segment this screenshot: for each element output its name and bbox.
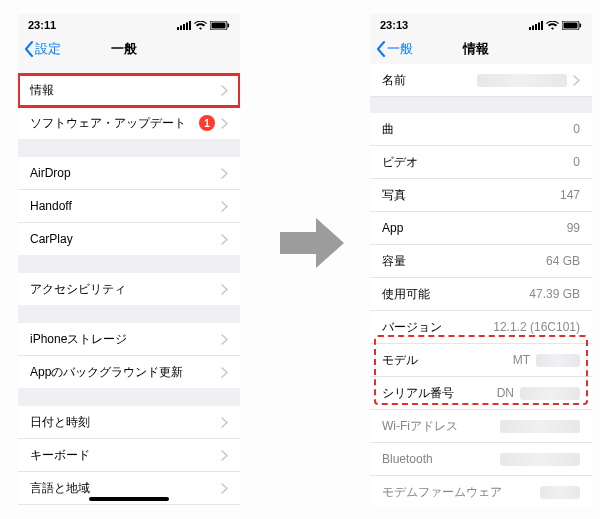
value-text: 47.39 GB bbox=[529, 287, 580, 301]
list-item-value: 47.39 GB bbox=[529, 287, 580, 301]
list-item[interactable]: 日付と時刻 bbox=[18, 406, 240, 439]
list-item-label: iPhoneストレージ bbox=[30, 331, 127, 348]
list-item-value: DN bbox=[497, 386, 580, 400]
list-item-label: アクセシビリティ bbox=[30, 281, 126, 298]
chevron-right-icon bbox=[573, 75, 580, 86]
chevron-right-icon bbox=[221, 483, 228, 494]
chevron-right-icon bbox=[221, 201, 228, 212]
chevron-right-icon bbox=[221, 118, 228, 129]
list-item: 容量64 GB bbox=[370, 245, 592, 278]
list-item-label: Handoff bbox=[30, 199, 72, 213]
list-item[interactable]: キーボード bbox=[18, 439, 240, 472]
list-item: 使用可能47.39 GB bbox=[370, 278, 592, 311]
list-item: 曲0 bbox=[370, 113, 592, 146]
settings-group: アクセシビリティ bbox=[18, 273, 240, 305]
notification-badge: 1 bbox=[199, 115, 215, 131]
chevron-right-icon bbox=[221, 168, 228, 179]
list-item-label: 使用可能 bbox=[382, 286, 430, 303]
list-item-label: キーボード bbox=[30, 447, 90, 464]
status-right-cluster bbox=[529, 21, 582, 30]
value-text: 0 bbox=[573, 122, 580, 136]
page-title: 情報 bbox=[370, 40, 586, 58]
list-item-label: モデル bbox=[382, 352, 418, 369]
settings-group: iPhoneストレージAppのバックグラウンド更新 bbox=[18, 323, 240, 388]
svg-rect-10 bbox=[535, 24, 537, 30]
battery-icon bbox=[562, 21, 582, 30]
svg-rect-8 bbox=[529, 27, 531, 30]
svg-rect-12 bbox=[541, 21, 543, 30]
list-item[interactable]: CarPlay bbox=[18, 223, 240, 255]
list-item-accessory bbox=[221, 367, 228, 378]
signal-icon bbox=[177, 21, 191, 30]
list-item-accessory bbox=[221, 201, 228, 212]
list-item-value: 12.1.2 (16C101) bbox=[493, 320, 580, 334]
value-text: 12.1.2 (16C101) bbox=[493, 320, 580, 334]
redacted-value bbox=[536, 354, 580, 367]
list-item-label: 容量 bbox=[382, 253, 406, 270]
list-item-accessory bbox=[221, 234, 228, 245]
list-item-accessory bbox=[221, 284, 228, 295]
settings-list[interactable]: 情報ソフトウェア・アップデート1AirDropHandoffCarPlayアクセ… bbox=[18, 74, 240, 506]
list-item-label: 情報 bbox=[30, 82, 54, 99]
list-item-label: Bluetooth bbox=[382, 452, 433, 466]
list-item-accessory: 1 bbox=[199, 115, 228, 131]
list-item[interactable]: 名前 bbox=[370, 64, 592, 97]
list-item-accessory bbox=[221, 483, 228, 494]
list-item[interactable]: Handoff bbox=[18, 190, 240, 223]
list-item-label: Appのバックグラウンド更新 bbox=[30, 364, 183, 381]
list-item[interactable]: 辞書 bbox=[18, 505, 240, 506]
settings-group: 日付と時刻キーボード言語と地域辞書 bbox=[18, 406, 240, 506]
value-text: 0 bbox=[573, 155, 580, 169]
group-separator bbox=[370, 97, 592, 113]
home-indicator[interactable] bbox=[89, 497, 169, 501]
list-item-label: ビデオ bbox=[382, 154, 418, 171]
list-item-label: ソフトウェア・アップデート bbox=[30, 115, 186, 132]
list-item-accessory bbox=[221, 85, 228, 96]
svg-rect-6 bbox=[212, 22, 226, 28]
list-item-value: 0 bbox=[573, 122, 580, 136]
nav-bar: 設定 一般 bbox=[18, 34, 240, 64]
comparison-stage: 23:11 設定 一般 情報ソフトウェア・アップデート1AirDropHando… bbox=[0, 0, 600, 519]
list-item: モデムファームウェア bbox=[370, 476, 592, 506]
list-item-value bbox=[500, 453, 580, 466]
about-list[interactable]: 名前曲0ビデオ0写真147App99容量64 GB使用可能47.39 GBバージ… bbox=[370, 64, 592, 506]
battery-icon bbox=[210, 21, 230, 30]
svg-rect-1 bbox=[180, 25, 182, 30]
list-item-accessory bbox=[221, 168, 228, 179]
phone-general-settings: 23:11 設定 一般 情報ソフトウェア・アップデート1AirDropHando… bbox=[18, 14, 240, 506]
settings-group: AirDropHandoffCarPlay bbox=[18, 157, 240, 255]
chevron-right-icon bbox=[221, 234, 228, 245]
list-item[interactable]: ソフトウェア・アップデート1 bbox=[18, 107, 240, 139]
flow-arrow-icon bbox=[280, 218, 344, 268]
svg-rect-4 bbox=[189, 21, 191, 30]
wifi-icon bbox=[546, 21, 559, 30]
list-item-label: シリアル番号 bbox=[382, 385, 454, 402]
list-item-label: 曲 bbox=[382, 121, 394, 138]
list-item: バージョン12.1.2 (16C101) bbox=[370, 311, 592, 344]
list-item-value bbox=[500, 420, 580, 433]
svg-rect-3 bbox=[186, 22, 188, 30]
redacted-value bbox=[520, 387, 580, 400]
list-item[interactable]: アクセシビリティ bbox=[18, 273, 240, 305]
list-item-value: 147 bbox=[560, 188, 580, 202]
value-text: 147 bbox=[560, 188, 580, 202]
list-item[interactable]: AirDrop bbox=[18, 157, 240, 190]
list-item: Bluetooth bbox=[370, 443, 592, 476]
list-item-label: バージョン bbox=[382, 319, 442, 336]
list-item[interactable]: Appのバックグラウンド更新 bbox=[18, 356, 240, 388]
list-item-label: CarPlay bbox=[30, 232, 73, 246]
status-right-cluster bbox=[177, 21, 230, 30]
value-text: 99 bbox=[567, 221, 580, 235]
list-item: App99 bbox=[370, 212, 592, 245]
svg-rect-14 bbox=[564, 22, 578, 28]
redacted-value bbox=[477, 74, 567, 87]
status-bar: 23:11 bbox=[18, 14, 240, 34]
list-item-value: 64 GB bbox=[546, 254, 580, 268]
status-time: 23:11 bbox=[28, 19, 56, 31]
list-item: ビデオ0 bbox=[370, 146, 592, 179]
list-item[interactable]: 情報 bbox=[18, 74, 240, 107]
list-item[interactable]: iPhoneストレージ bbox=[18, 323, 240, 356]
value-text: DN bbox=[497, 386, 514, 400]
list-item: シリアル番号DN bbox=[370, 377, 592, 410]
status-time: 23:13 bbox=[380, 19, 408, 31]
